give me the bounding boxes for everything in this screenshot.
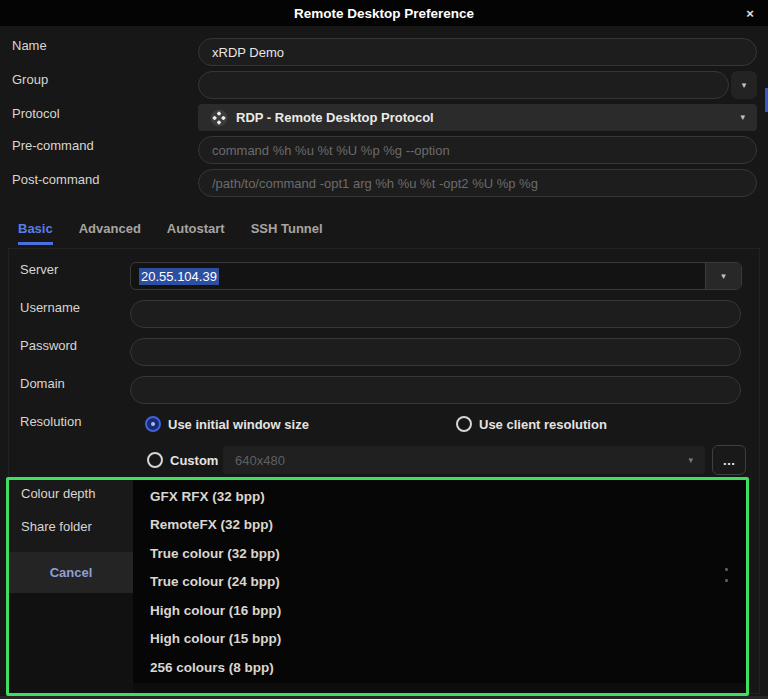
colour-depth-options-list: GFX RFX (32 bpp) RemoteFX (32 bpp) True …: [133, 480, 746, 683]
username-label: Username: [20, 300, 80, 315]
protocol-select[interactable]: RDP - Remote Desktop Protocol ▾: [198, 104, 757, 131]
tab-basic[interactable]: Basic: [18, 221, 53, 245]
radio-label-custom[interactable]: Custom: [170, 453, 218, 468]
remote-desktop-preference-dialog: Remote Desktop Preference × Name Group ▾…: [0, 0, 768, 699]
tab-autostart[interactable]: Autostart: [167, 221, 225, 245]
resolution-label: Resolution: [20, 414, 81, 429]
custom-resolution-value: 640x480: [235, 453, 688, 468]
cancel-button[interactable]: Cancel: [9, 552, 133, 593]
resolution-more-button[interactable]: …: [712, 445, 746, 475]
dropdown-item-true-colour-24[interactable]: True colour (24 bpp): [133, 568, 746, 597]
dialog-title: Remote Desktop Preference: [294, 6, 474, 21]
password-field[interactable]: [130, 338, 741, 366]
pre-command-field[interactable]: [198, 136, 757, 164]
name-field[interactable]: [198, 38, 757, 66]
colour-depth-dropdown-popup: Colour depth Share folder Cancel GFX RFX…: [6, 477, 749, 696]
titlebar: Remote Desktop Preference: [0, 0, 768, 26]
protocol-value: RDP - Remote Desktop Protocol: [236, 110, 732, 125]
close-icon[interactable]: ×: [736, 0, 764, 26]
protocol-label: Protocol: [12, 106, 60, 121]
tab-advanced[interactable]: Advanced: [79, 221, 141, 245]
chevron-down-icon: ▾: [742, 81, 747, 90]
dropdown-item-high-colour-15[interactable]: High colour (15 bpp): [133, 625, 746, 654]
password-label: Password: [20, 338, 77, 353]
custom-resolution-select[interactable]: 640x480 ▾: [223, 446, 705, 474]
radio-label-use-initial-window-size[interactable]: Use initial window size: [168, 417, 309, 432]
dropdown-item-remotefx-32[interactable]: RemoteFX (32 bpp): [133, 511, 746, 540]
side-labels-panel: Colour depth Share folder: [9, 480, 133, 552]
tab-ssh-tunnel[interactable]: SSH Tunnel: [251, 221, 323, 245]
radio-label-use-client-resolution[interactable]: Use client resolution: [479, 417, 607, 432]
dropdown-item-high-colour-16[interactable]: High colour (16 bpp): [133, 596, 746, 625]
radio-use-client-resolution[interactable]: [456, 416, 472, 432]
dropdown-item-256-colours-8[interactable]: 256 colours (8 bpp): [133, 653, 746, 682]
username-field[interactable]: [130, 300, 741, 328]
name-label: Name: [12, 38, 47, 53]
chevron-down-icon: ▾: [688, 456, 693, 465]
dropdown-item-true-colour-32[interactable]: True colour (32 bpp): [133, 539, 746, 568]
radio-custom-resolution[interactable]: [147, 452, 163, 468]
post-command-label: Post-command: [12, 172, 99, 187]
server-combobox[interactable]: 20.55.104.39 ▾: [130, 262, 742, 290]
chevron-down-icon: ▾: [740, 113, 745, 122]
scroll-indicator: [725, 568, 729, 582]
rdp-protocol-icon: [210, 109, 228, 127]
group-dropdown-button[interactable]: ▾: [731, 71, 757, 99]
share-folder-label: Share folder: [21, 519, 92, 534]
group-field[interactable]: [198, 71, 729, 99]
radio-use-initial-window-size[interactable]: [145, 416, 161, 432]
pre-command-label: Pre-command: [12, 138, 94, 153]
colour-depth-label: Colour depth: [21, 486, 95, 501]
group-label: Group: [12, 72, 48, 87]
server-value-selected: 20.55.104.39: [139, 268, 219, 285]
server-dropdown-button[interactable]: ▾: [705, 263, 741, 289]
server-value-area: 20.55.104.39: [131, 263, 705, 289]
domain-label: Domain: [20, 376, 65, 391]
server-label: Server: [20, 262, 58, 277]
dropdown-item-gfx-rfx-32[interactable]: GFX RFX (32 bpp): [133, 482, 746, 511]
chevron-down-icon: ▾: [721, 272, 726, 281]
popup-left-filler: [9, 593, 133, 693]
tab-bar: Basic Advanced Autostart SSH Tunnel: [18, 221, 323, 247]
domain-field[interactable]: [130, 376, 741, 404]
popup-bottom-filler: [133, 683, 746, 693]
post-command-field[interactable]: [198, 169, 757, 197]
